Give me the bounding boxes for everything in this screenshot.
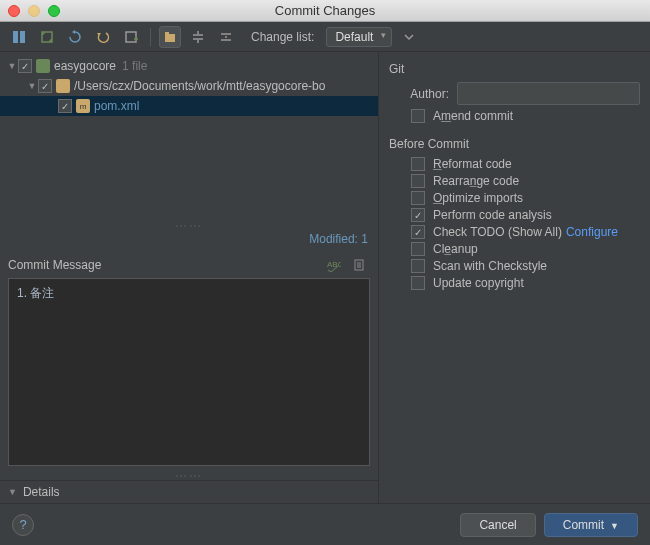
folder-icon <box>56 79 70 93</box>
tree-root[interactable]: ▼ easygocore 1 file <box>0 56 378 76</box>
file-tree[interactable]: ▼ easygocore 1 file ▼ /Users/czx/Documen… <box>0 52 378 222</box>
svg-text:ABC: ABC <box>327 260 341 269</box>
sync-icon[interactable] <box>36 26 58 48</box>
checkbox[interactable] <box>411 174 425 188</box>
tree-folder-label: /Users/czx/Documents/work/mtt/easygocore… <box>74 79 325 93</box>
history-icon[interactable] <box>348 255 370 275</box>
author-label: Author: <box>389 87 449 101</box>
amend-option[interactable]: Amend commit <box>411 109 640 123</box>
cancel-button[interactable]: Cancel <box>460 513 535 537</box>
dropdown-arrow-icon: ▼ <box>610 521 619 531</box>
right-panel: Git Author: Amend commit Before Commit R… <box>379 52 650 503</box>
svg-rect-4 <box>165 34 175 42</box>
window-title: Commit Changes <box>0 3 650 18</box>
spellcheck-icon[interactable]: ABC <box>322 255 344 275</box>
checkbox[interactable] <box>411 208 425 222</box>
svg-rect-3 <box>126 32 136 42</box>
expand-all-icon[interactable] <box>187 26 209 48</box>
chevron-down-icon: ▼ <box>8 487 17 497</box>
amend-label: Amend commit <box>433 109 513 123</box>
reformat-label: Reformat code <box>433 157 512 171</box>
toolbar-separator <box>150 28 151 46</box>
changelist-combo[interactable]: Default <box>326 27 392 47</box>
optimize-label: Optimize imports <box>433 191 523 205</box>
checkstyle-option[interactable]: Scan with Checkstyle <box>411 259 640 273</box>
checkbox[interactable] <box>411 191 425 205</box>
new-changelist-icon[interactable] <box>120 26 142 48</box>
checkbox[interactable] <box>411 242 425 256</box>
rearrange-option[interactable]: Rearrange code <box>411 174 640 188</box>
status-row: Modified: 1 <box>0 230 378 252</box>
analysis-option[interactable]: Perform code analysis <box>411 208 640 222</box>
svg-rect-1 <box>20 31 25 43</box>
footer: ? Cancel Commit▼ <box>0 503 650 545</box>
checkbox[interactable] <box>411 157 425 171</box>
splitter-handle[interactable]: ⋯⋯ <box>0 222 378 230</box>
rearrange-label: Rearrange code <box>433 174 519 188</box>
tree-root-suffix: 1 file <box>122 59 147 73</box>
checkbox[interactable] <box>411 225 425 239</box>
tree-root-label: easygocore <box>54 59 116 73</box>
toolbar: Change list: Default <box>0 22 650 52</box>
project-icon <box>36 59 50 73</box>
reformat-option[interactable]: Reformat code <box>411 157 640 171</box>
close-window-icon[interactable] <box>8 5 20 17</box>
todo-option[interactable]: Check TODO (Show All)Configure <box>411 225 640 239</box>
changelist-label: Change list: <box>251 30 314 44</box>
copyright-option[interactable]: Update copyright <box>411 276 640 290</box>
help-icon[interactable]: ? <box>12 514 34 536</box>
splitter-handle[interactable]: ⋯⋯ <box>0 472 378 480</box>
changelist-value: Default <box>335 30 373 44</box>
author-row: Author: <box>389 82 640 105</box>
window-controls <box>8 5 60 17</box>
todo-label: Check TODO (Show All) <box>433 225 562 239</box>
left-panel: ▼ easygocore 1 file ▼ /Users/czx/Documen… <box>0 52 379 503</box>
changelist-dropdown-icon[interactable] <box>398 26 420 48</box>
cleanup-label: Cleanup <box>433 242 478 256</box>
svg-rect-0 <box>13 31 18 43</box>
checkbox[interactable] <box>58 99 72 113</box>
checkbox[interactable] <box>38 79 52 93</box>
configure-link[interactable]: Configure <box>566 225 618 239</box>
details-label: Details <box>23 485 60 499</box>
optimize-option[interactable]: Optimize imports <box>411 191 640 205</box>
collapse-all-icon[interactable] <box>215 26 237 48</box>
refresh-icon[interactable] <box>64 26 86 48</box>
checkbox[interactable] <box>411 259 425 273</box>
diff-icon[interactable] <box>8 26 30 48</box>
git-section-title: Git <box>389 62 640 76</box>
analysis-label: Perform code analysis <box>433 208 552 222</box>
commit-message-input[interactable] <box>8 278 370 466</box>
commit-button[interactable]: Commit▼ <box>544 513 638 537</box>
titlebar: Commit Changes <box>0 0 650 22</box>
group-by-directory-icon[interactable] <box>159 26 181 48</box>
expand-arrow-icon[interactable]: ▼ <box>26 81 38 91</box>
tree-folder[interactable]: ▼ /Users/czx/Documents/work/mtt/easygoco… <box>0 76 378 96</box>
checkbox[interactable] <box>411 276 425 290</box>
zoom-window-icon[interactable] <box>48 5 60 17</box>
commit-button-label: Commit <box>563 518 604 532</box>
xml-file-icon: m <box>76 99 90 113</box>
commit-message-label: Commit Message <box>8 258 101 272</box>
checkbox[interactable] <box>18 59 32 73</box>
commit-message-header: Commit Message ABC <box>0 252 378 278</box>
tree-file[interactable]: m pom.xml <box>0 96 378 116</box>
minimize-window-icon[interactable] <box>28 5 40 17</box>
copyright-label: Update copyright <box>433 276 524 290</box>
modified-label: Modified: <box>309 232 358 246</box>
undo-icon[interactable] <box>92 26 114 48</box>
author-input[interactable] <box>457 82 640 105</box>
expand-arrow-icon[interactable]: ▼ <box>6 61 18 71</box>
details-toggle[interactable]: ▼ Details <box>0 480 378 503</box>
tree-file-label: pom.xml <box>94 99 139 113</box>
checkstyle-label: Scan with Checkstyle <box>433 259 547 273</box>
modified-count: 1 <box>361 232 368 246</box>
before-commit-title: Before Commit <box>389 137 640 151</box>
svg-rect-5 <box>165 32 169 35</box>
cleanup-option[interactable]: Cleanup <box>411 242 640 256</box>
checkbox[interactable] <box>411 109 425 123</box>
